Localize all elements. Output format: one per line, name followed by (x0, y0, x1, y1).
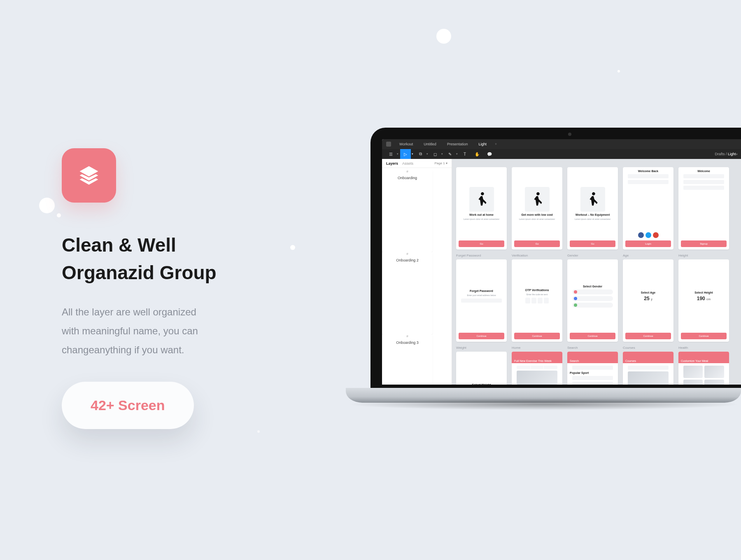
canvas-frame-wrap: Gender Select Gender Continue (567, 254, 618, 342)
course-card[interactable] (628, 371, 669, 385)
layers-panel: Layers Assets Page 1 ▾ Onboarding Onboar… (382, 159, 452, 385)
primary-button[interactable]: Go (459, 240, 504, 247)
facebook-icon[interactable] (638, 232, 644, 238)
layer-item[interactable]: Onboarding 3 (382, 334, 433, 385)
layer-label: Onboarding 2 (396, 258, 419, 262)
frame-label[interactable]: Verification (512, 254, 562, 258)
primary-button[interactable]: Continue (681, 333, 727, 339)
tab-untitled[interactable]: Untitled (421, 142, 439, 146)
frame-label[interactable]: Forget Password (456, 254, 507, 258)
name-field[interactable] (683, 174, 725, 178)
primary-button[interactable]: Signup (681, 240, 727, 247)
list-item[interactable] (572, 376, 613, 380)
frame-label[interactable]: Height (678, 254, 729, 258)
app-header: Search (567, 352, 618, 363)
gender-option[interactable] (572, 296, 613, 301)
frame-label[interactable] (512, 161, 562, 166)
hand-tool[interactable]: ✋ (472, 149, 482, 159)
new-tab-button[interactable]: + (495, 142, 497, 146)
canvas-frame[interactable]: Select Age 25 y Continue (623, 259, 673, 342)
frame-label[interactable]: Health (678, 346, 729, 350)
promo-heading: Clean & Well Organazid Group (62, 231, 292, 286)
canvas-frame[interactable]: Select Weight 70 kg Continue (456, 352, 507, 385)
category-chips[interactable] (517, 366, 558, 369)
frame-title: Welcome Back (638, 170, 658, 173)
illustration (525, 187, 550, 212)
google-icon[interactable] (653, 232, 659, 238)
panel-tab-layers[interactable]: Layers (386, 161, 398, 166)
email-field[interactable] (461, 299, 502, 303)
primary-button[interactable]: Continue (514, 333, 560, 339)
twitter-icon[interactable] (645, 232, 651, 238)
primary-button[interactable]: Login (625, 240, 671, 247)
frame-label[interactable]: Home (512, 346, 562, 350)
password-field[interactable] (683, 186, 725, 190)
frame-label[interactable]: Weight (456, 346, 507, 350)
canvas-frame[interactable]: Select Height 190 cm Continue (678, 259, 729, 342)
search-input[interactable] (628, 366, 669, 370)
frame-label[interactable]: Search (567, 346, 618, 350)
frame-label[interactable]: Gender (567, 254, 618, 258)
password-field[interactable] (628, 180, 669, 184)
canvas-frame[interactable]: Courses (623, 352, 673, 385)
comment-tool[interactable]: 💬 (484, 149, 495, 159)
otp-inputs[interactable] (525, 298, 549, 303)
primary-button[interactable]: Continue (459, 333, 504, 339)
gender-options (572, 289, 613, 308)
tab-light[interactable]: Light (476, 142, 489, 146)
layer-item[interactable]: Onboarding 2 (382, 252, 433, 334)
move-tool[interactable]: ▷ (400, 149, 411, 159)
email-field[interactable] (628, 174, 669, 178)
app-header: Courses (623, 352, 673, 363)
primary-button[interactable]: Go (514, 240, 560, 247)
gender-option[interactable] (572, 289, 613, 294)
frame-label[interactable] (456, 161, 507, 166)
canvas-frame[interactable]: Full New Exercise This Week (512, 352, 562, 385)
canvas-frame[interactable]: Customize Your Meal (678, 352, 729, 385)
list-item[interactable] (572, 382, 613, 385)
email-field[interactable] (683, 180, 725, 184)
layer-item[interactable]: Onboarding (382, 170, 433, 252)
frame-label[interactable] (678, 161, 729, 166)
shape-tool[interactable]: ◻ (430, 149, 440, 159)
screen-count-pill: 42+ Screen (62, 382, 194, 429)
chevron-down-icon: ▾ (736, 153, 738, 156)
panel-page-selector[interactable]: Page 1 ▾ (434, 161, 447, 165)
tab-presentation[interactable]: Presentation (445, 142, 471, 146)
frame-label[interactable] (567, 161, 618, 166)
frame-label[interactable]: Courses (623, 346, 673, 350)
canvas-frame[interactable]: Select Gender Continue (567, 259, 618, 342)
search-input[interactable] (572, 366, 613, 370)
canvas-row: Forget Password Forget Password Enter yo… (456, 254, 737, 342)
canvas-frame[interactable]: OTP Verifications Enter the code we sent… (512, 259, 562, 342)
editor-canvas[interactable]: Work out at home Lorem ipsum dolor sit a… (452, 159, 741, 385)
text-tool[interactable]: T (459, 149, 470, 159)
canvas-frame-wrap: Height Select Height 190 cm Continue (678, 254, 729, 342)
frame-tool[interactable]: ⧉ (415, 149, 426, 159)
frame-subtitle: Lorem ipsum dolor sit amet consectetur (464, 218, 500, 221)
canvas-frame[interactable]: Welcome Signup (678, 167, 729, 250)
breadcrumb[interactable]: Drafts / Light ▾ (715, 152, 738, 156)
canvas-frame[interactable]: Forget Password Enter your email address… (456, 259, 507, 342)
canvas-frame[interactable]: Get more with low cost Lorem ipsum dolor… (512, 167, 562, 250)
primary-button[interactable]: Go (570, 240, 615, 247)
frame-label[interactable] (623, 161, 673, 166)
menu-button[interactable]: ☰ (385, 149, 396, 159)
panel-tab-assets[interactable]: Assets (402, 161, 413, 166)
primary-button[interactable]: Continue (570, 333, 615, 339)
app-header: Customize Your Meal (678, 352, 729, 363)
canvas-frame[interactable]: Welcome Back Login (623, 167, 673, 250)
canvas-frame[interactable]: Workout – No Equipment Lorem ipsum dolor… (567, 167, 618, 250)
frame-label[interactable]: Age (623, 254, 673, 258)
pen-tool[interactable]: ✎ (445, 149, 455, 159)
feature-card[interactable] (517, 371, 558, 385)
gender-option[interactable] (572, 303, 613, 308)
home-icon[interactable] (386, 142, 391, 147)
primary-button[interactable]: Continue (625, 333, 671, 339)
canvas-frame-wrap: Search Search Popular Sport (567, 346, 618, 385)
promo-heading-line1: Clean & Well (62, 234, 176, 256)
canvas-frame[interactable]: Search Popular Sport (567, 352, 618, 385)
tab-workout[interactable]: Workout (397, 142, 415, 146)
canvas-frame-wrap: Verification OTP Verifications Enter the… (512, 254, 562, 342)
canvas-frame[interactable]: Work out at home Lorem ipsum dolor sit a… (456, 167, 507, 250)
